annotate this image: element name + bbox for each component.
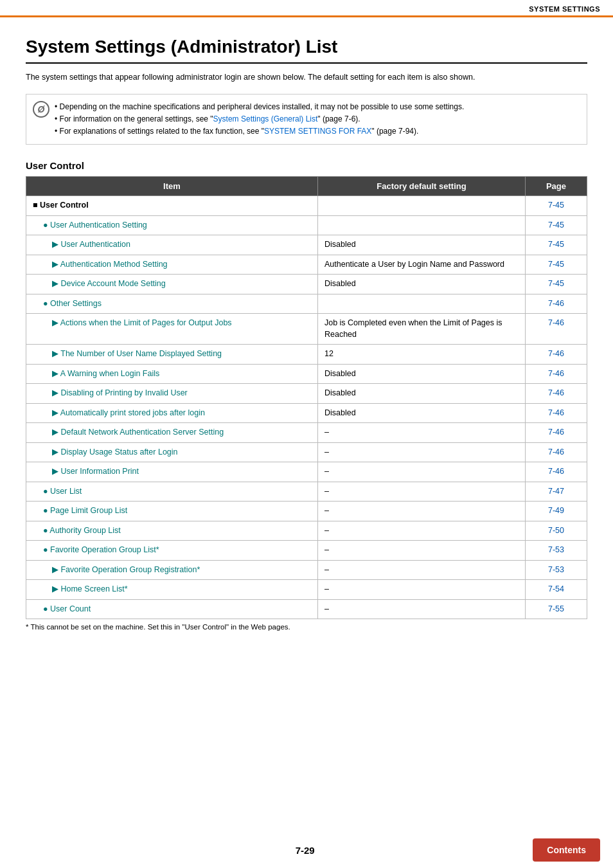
table-cell-page: 7-45 xyxy=(525,215,587,235)
bottom-bar: 7-29 Contents xyxy=(0,832,613,868)
table-row: ▶ Actions when the Limit of Pages for Ou… xyxy=(26,314,587,345)
contents-button[interactable]: Contents xyxy=(533,838,600,862)
table-cell-page: 7-46 xyxy=(525,294,587,314)
table-cell-item: ▶ Favorite Operation Group Registration* xyxy=(26,560,318,580)
table-cell-default: – xyxy=(317,442,525,462)
table-cell-default xyxy=(317,196,525,216)
table-cell-page: 7-46 xyxy=(525,364,587,384)
table-cell-page: 7-53 xyxy=(525,560,587,580)
notice-line3: • For explanations of settings related t… xyxy=(55,125,579,138)
table-cell-default: Authenticate a User by Login Name and Pa… xyxy=(317,255,525,275)
table-cell-default: Disabled xyxy=(317,364,525,384)
table-cell-page: 7-46 xyxy=(525,442,587,462)
table-row: ● User Count–7-55 xyxy=(26,599,587,619)
table-cell-page: 7-47 xyxy=(525,482,587,502)
table-cell-page: 7-46 xyxy=(525,314,587,345)
table-cell-default: – xyxy=(317,482,525,502)
table-cell-item: ▶ Display Usage Status after Login xyxy=(26,442,318,462)
table-cell-item: ● User List xyxy=(26,482,318,502)
table-cell-default: – xyxy=(317,502,525,521)
col-header-default: Factory default setting xyxy=(317,177,525,196)
system-settings-header: SYSTEM SETTINGS xyxy=(0,0,613,17)
table-cell-page: 7-45 xyxy=(525,275,587,294)
table-cell-item: ● User Authentication Setting xyxy=(26,215,318,235)
table-row: ● Favorite Operation Group List*–7-53 xyxy=(26,541,587,561)
table-cell-page: 7-45 xyxy=(525,255,587,275)
table-cell-page: 7-55 xyxy=(525,599,587,619)
table-cell-page: 7-53 xyxy=(525,541,587,561)
table-row: ▶ Device Account Mode SettingDisabled7-4… xyxy=(26,275,587,294)
table-row: ▶ A Warning when Login FailsDisabled7-46 xyxy=(26,364,587,384)
notice-icon: Ø xyxy=(33,101,49,118)
table-cell-page: 7-46 xyxy=(525,403,587,423)
table-cell-page: 7-46 xyxy=(525,423,587,443)
page-number: 7-29 xyxy=(0,845,533,856)
notice-line1: • Depending on the machine specification… xyxy=(55,101,579,113)
col-header-item: Item xyxy=(26,177,318,196)
table-row: ▶ The Number of User Name Displayed Sett… xyxy=(26,345,587,365)
page-description: The system settings that appear followin… xyxy=(26,71,587,84)
table-cell-item: ● Authority Group List xyxy=(26,521,318,541)
table-cell-page: 7-50 xyxy=(525,521,587,541)
table-row: ▶ User Information Print–7-46 xyxy=(26,462,587,482)
table-cell-item: ▶ User Authentication xyxy=(26,235,318,255)
table-cell-item: ▶ User Information Print xyxy=(26,462,318,482)
table-cell-default: – xyxy=(317,462,525,482)
table-cell-item: ▶ The Number of User Name Displayed Sett… xyxy=(26,345,318,365)
table-cell-page: 7-46 xyxy=(525,462,587,482)
table-row: ▶ Home Screen List*–7-54 xyxy=(26,580,587,600)
section-title: User Control xyxy=(26,160,587,171)
table-cell-page: 7-49 xyxy=(525,502,587,521)
table-cell-default: – xyxy=(317,580,525,600)
table-row: ▶ Automatically print stored jobs after … xyxy=(26,403,587,423)
table-row: ▶ Favorite Operation Group Registration*… xyxy=(26,560,587,580)
table-row: ▶ Default Network Authentication Server … xyxy=(26,423,587,443)
table-cell-default: – xyxy=(317,423,525,443)
general-list-link[interactable]: System Settings (General) List xyxy=(213,114,318,123)
table-cell-default: Disabled xyxy=(317,403,525,423)
header-title: SYSTEM SETTINGS xyxy=(529,5,600,13)
table-cell-item: ▶ Automatically print stored jobs after … xyxy=(26,403,318,423)
table-row: ● User List–7-47 xyxy=(26,482,587,502)
table-cell-item: ● User Count xyxy=(26,599,318,619)
table-cell-default: Disabled xyxy=(317,275,525,294)
table-cell-item: ▶ A Warning when Login Fails xyxy=(26,364,318,384)
notice-box: Ø • Depending on the machine specificati… xyxy=(26,94,587,145)
table-cell-default: – xyxy=(317,599,525,619)
table-cell-default: Job is Completed even when the Limit of … xyxy=(317,314,525,345)
settings-table: Item Factory default setting Page ■ User… xyxy=(26,176,587,619)
page-title: System Settings (Administrator) List xyxy=(26,37,587,64)
table-cell-default: Disabled xyxy=(317,235,525,255)
table-cell-item: ▶ Device Account Mode Setting xyxy=(26,275,318,294)
table-cell-default: – xyxy=(317,560,525,580)
table-cell-page: 7-45 xyxy=(525,196,587,216)
col-header-page: Page xyxy=(525,177,587,196)
fax-settings-link[interactable]: SYSTEM SETTINGS FOR FAX xyxy=(264,127,371,136)
table-row: ▶ Display Usage Status after Login–7-46 xyxy=(26,442,587,462)
table-cell-item: ● Other Settings xyxy=(26,294,318,314)
table-cell-default xyxy=(317,215,525,235)
table-row: ▶ User AuthenticationDisabled7-45 xyxy=(26,235,587,255)
table-cell-item: ● Favorite Operation Group List* xyxy=(26,541,318,561)
table-cell-page: 7-46 xyxy=(525,345,587,365)
table-cell-item: ▶ Disabling of Printing by Invalid User xyxy=(26,384,318,404)
table-cell-item: ■ User Control xyxy=(26,196,318,216)
table-cell-page: 7-45 xyxy=(525,235,587,255)
table-cell-item: ▶ Authentication Method Setting xyxy=(26,255,318,275)
table-cell-default xyxy=(317,294,525,314)
table-cell-default: – xyxy=(317,521,525,541)
main-content: System Settings (Administrator) List The… xyxy=(0,17,613,669)
table-cell-default: – xyxy=(317,541,525,561)
table-cell-default: 12 xyxy=(317,345,525,365)
table-cell-page: 7-54 xyxy=(525,580,587,600)
table-row: ■ User Control7-45 xyxy=(26,196,587,216)
table-cell-item: ▶ Default Network Authentication Server … xyxy=(26,423,318,443)
table-row: ● Other Settings7-46 xyxy=(26,294,587,314)
table-cell-item: ● Page Limit Group List xyxy=(26,502,318,521)
table-row: ● User Authentication Setting7-45 xyxy=(26,215,587,235)
table-cell-item: ▶ Home Screen List* xyxy=(26,580,318,600)
table-cell-item: ▶ Actions when the Limit of Pages for Ou… xyxy=(26,314,318,345)
table-cell-page: 7-46 xyxy=(525,384,587,404)
table-cell-default: Disabled xyxy=(317,384,525,404)
table-row: ▶ Authentication Method SettingAuthentic… xyxy=(26,255,587,275)
